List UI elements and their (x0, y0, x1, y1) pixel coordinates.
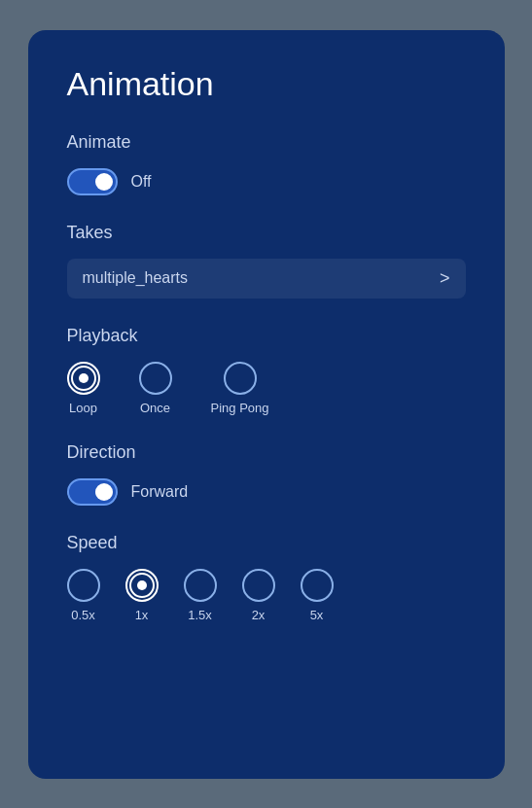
playback-section: Playback Loop Once Ping Pong (67, 326, 466, 415)
radio-label-loop: Loop (69, 401, 97, 415)
speed-option-5x[interactable]: 5x (301, 569, 334, 622)
radio-circle-1x (125, 569, 159, 602)
playback-radio-group: Loop Once Ping Pong (67, 362, 466, 415)
animate-label: Animate (67, 132, 466, 153)
radio-circle-5x (301, 569, 334, 602)
radio-inner-loop (79, 373, 89, 383)
direction-toggle-label: Forward (131, 483, 189, 501)
speed-section: Speed 0.5x 1x 1.5x 2x (67, 533, 466, 622)
radio-circle-once (139, 362, 172, 395)
speed-option-1x[interactable]: 1x (125, 569, 159, 622)
animate-toggle-label: Off (131, 173, 152, 191)
direction-section: Direction Forward (67, 442, 466, 506)
radio-label-0.5x: 0.5x (71, 608, 95, 622)
playback-option-once[interactable]: Once (139, 362, 172, 415)
toggle-track (67, 168, 118, 195)
radio-circle-loop (67, 362, 100, 395)
direction-toggle-track (67, 478, 118, 506)
animate-section: Animate Off (67, 132, 466, 195)
animate-toggle[interactable] (67, 168, 118, 195)
radio-label-1.5x: 1.5x (188, 608, 212, 622)
takes-arrow-icon: > (440, 268, 450, 289)
speed-label: Speed (67, 533, 466, 553)
radio-circle-1.5x (184, 569, 217, 602)
speed-option-1.5x[interactable]: 1.5x (184, 569, 217, 622)
radio-label-1x: 1x (135, 608, 149, 622)
radio-circle-2x (242, 569, 275, 602)
takes-label: Takes (67, 223, 466, 243)
direction-label: Direction (67, 442, 466, 463)
direction-toggle-thumb (95, 483, 113, 501)
direction-toggle-row: Forward (67, 478, 466, 506)
direction-toggle[interactable] (67, 478, 118, 506)
radio-label-5x: 5x (310, 608, 324, 622)
playback-option-loop[interactable]: Loop (67, 362, 100, 415)
speed-option-0.5x[interactable]: 0.5x (67, 569, 100, 622)
toggle-thumb (95, 173, 113, 191)
radio-inner-1x (137, 580, 147, 590)
radio-circle-0.5x (67, 569, 100, 602)
animation-panel: Animation Animate Off Takes multiple_hea… (28, 30, 505, 779)
takes-section: Takes multiple_hearts > (67, 223, 466, 299)
radio-label-2x: 2x (252, 608, 266, 622)
page-title: Animation (67, 65, 466, 103)
takes-row[interactable]: multiple_hearts > (67, 259, 466, 299)
animate-toggle-row: Off (67, 168, 466, 195)
takes-value: multiple_hearts (83, 269, 189, 287)
radio-label-once: Once (140, 401, 170, 415)
speed-radio-group: 0.5x 1x 1.5x 2x 5x (67, 569, 466, 622)
playback-option-pingpong[interactable]: Ping Pong (211, 362, 269, 415)
speed-option-2x[interactable]: 2x (242, 569, 275, 622)
playback-label: Playback (67, 326, 466, 346)
radio-circle-pingpong (224, 362, 257, 395)
radio-label-pingpong: Ping Pong (211, 401, 269, 415)
